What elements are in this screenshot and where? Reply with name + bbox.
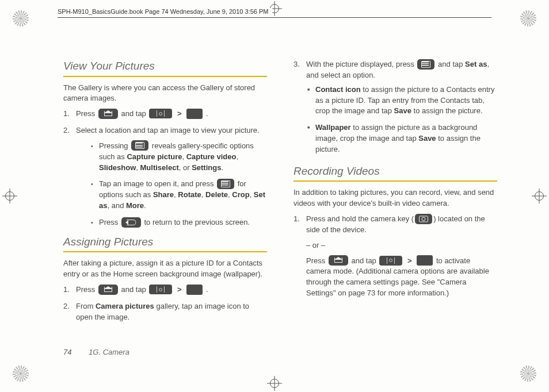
registration-mark-right [532,189,547,203]
crop-ornament-top-left [13,10,29,26]
print-header-text: SPH-M910_BasicsGuide.book Page 74 Wednes… [58,8,272,15]
menu-key-icon [131,140,148,151]
ap-step-1: 1. Press and tap > . [63,285,267,295]
vp-step-2: 2. Select a location and tap an image to… [63,125,267,228]
status-bar-icon [379,256,402,266]
vp-bullet-menu-options: Pressing reveals gallery-specific option… [91,141,267,174]
vp-step-1: 1. Press and tap > . [63,109,267,120]
registration-mark-bottom [267,376,282,391]
vp-bullet-image-options: Tap an image to open it, and press for o… [91,179,267,212]
gallery-tile-icon [186,285,203,295]
status-bar-icon [149,285,172,294]
crop-ornament-top-right [520,10,536,26]
registration-mark-left [2,189,17,203]
ap-step-2: 2. From Camera pictures gallery, tap an … [63,301,267,323]
home-key-icon [98,109,118,119]
section-view-your-pictures: View Your Pictures [63,58,267,77]
back-key-icon [121,217,141,228]
menu-key-icon [217,179,234,189]
setas-contact-icon: Contact icon to assign the picture to a … [307,84,497,117]
view-pictures-intro: The Gallery is where you can access the … [63,83,267,105]
or-separator: – or – [306,240,497,251]
ap-step-3: 3. With the picture displayed, press and… [293,59,497,155]
chapter-label: 1G. Camera [89,348,129,356]
assigning-intro: After taking a picture, assign it as a p… [63,258,267,280]
crop-ornament-bottom-left [13,366,29,382]
rv-step-1: 1. Press and hold the camera key () loca… [293,214,497,299]
right-column: 3. With the picture displayed, press and… [293,55,497,352]
page-number: 74 [63,348,71,356]
crop-ornament-bottom-right [520,366,536,382]
home-key-icon [329,255,348,266]
setas-wallpaper: Wallpaper to assign the picture as a bac… [307,122,497,155]
section-assigning-pictures: Assigning Pictures [63,234,267,253]
status-bar-icon [149,109,172,118]
vp-bullet-back: Press to return to the previous screen. [91,217,267,228]
section-recording-videos: Recording Videos [293,163,497,182]
page-footer: 74 1G. Camera [63,348,129,356]
camera-key-icon [415,214,432,224]
print-header: SPH-M910_BasicsGuide.book Page 74 Wednes… [58,17,491,25]
home-key-icon [98,285,118,295]
gallery-tile-icon [186,109,203,119]
recording-intro: In addition to taking pictures, you can … [293,187,497,209]
left-column: View Your Pictures The Gallery is where … [63,55,267,352]
camera-tile-icon [417,255,433,266]
menu-key-icon [417,59,434,70]
